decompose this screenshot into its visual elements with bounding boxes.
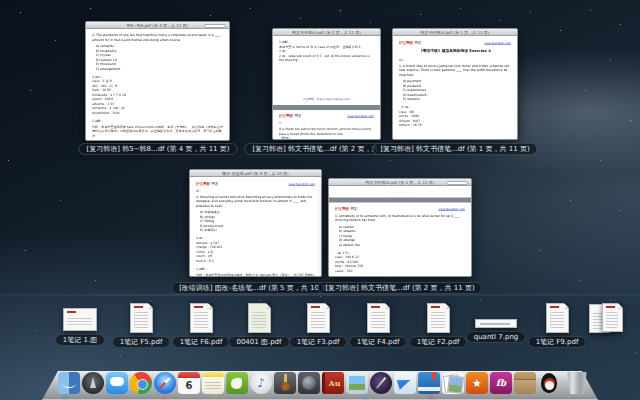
hujiang-logo: 沪江网校 [196,182,210,186]
dock-icon-evernote[interactable] [226,372,248,394]
dock-icon-finder[interactable] [58,372,80,394]
stat-line: remain：16 76 [399,123,511,127]
recent-file-1[interactable]: 1笔记 1.图 [45,303,115,346]
hujiang-logo: 沪江网校 [335,206,349,210]
dock-icon-launchpad[interactable] [82,372,104,394]
page-gap [329,197,471,202]
dock-reflections [42,394,598,400]
window-toolbar: 韩文书信笔记.pdf (第 1 页，共 11 页) [393,29,517,36]
logo-row: 沪江网校网友 www.hjenglish.com [335,206,465,211]
document-title: 【韩语中级】模拟卷视听阅读 Exercise 4 [399,49,511,54]
explain-title: 1 题解： [92,118,223,122]
window-toolbar: 韩文书信笔记.pdf (第 2 页，共 11 页) [273,29,380,36]
file-label: 1笔记 1.图 [55,334,105,346]
dock-icon-paper-plane[interactable] [394,372,416,394]
logo-link: www.hjenglish.com [484,41,511,45]
file-thumbnail [248,303,271,333]
text-line: （例句） [279,136,374,139]
wallpaper-stars [0,0,1,1]
section-label: 1： [279,121,374,125]
file-label: 1笔记 F4.pdf [349,336,408,348]
dock-icon-chrome[interactable] [130,372,152,394]
option: e) abduct me [335,243,465,247]
dock-icon-dictionary[interactable]: Au [322,372,344,394]
text-line: 2 题：separate count of 4 5，set 10 the bel… [279,53,374,62]
question-text: 4. The standards of one law that hopeful… [92,33,223,42]
file-thumbnail-stack [589,303,625,334]
explain-text: 分析：本题考查非谓语动词的用法。例句 1 中 declare 表示（宣布），与 … [196,272,315,276]
window-title: 图改-名练笔.pdf (第 5 页，共 10 页) [190,171,321,176]
fb-label: fb [490,372,512,394]
window-toolbar: 图改-名练笔.pdf (第 5 页，共 10 页) [190,170,321,177]
dock-icon-safari[interactable] [154,372,176,394]
stat-line: march：8 5 [196,258,315,262]
text-line: 本题考查 in terms of 与 in case of 的区别，正确答案为 … [279,44,374,48]
dock-icon-notes[interactable] [202,372,224,394]
dock-icon-calendar[interactable]: 6 [178,372,200,394]
recent-file-10[interactable] [572,303,640,334]
file-label: 1笔记 F6.pdf [172,336,231,348]
dock-icon-messages[interactable] [106,372,128,394]
expose-window-1-label: [复习韩语] 韩5~韩8...df (第 4 页，共 11 页) [79,143,238,155]
question-text: 4. Recalling all words executive Recordi… [196,195,315,208]
expose-window-5[interactable]: 韩文书信笔记.pdf (第 2 页，共 11 页) · · · · · · · … [328,178,472,277]
page-header: · · · · · · · · · · · · · · [335,190,465,194]
file-thumbnail [190,303,213,333]
window-toolbar: 韩文书信笔记.pdf (第 2 页，共 11 页) [329,179,471,186]
file-label: 1笔记 F9.pdf [528,336,587,348]
pdf-page: 4. The standards of one law that hopeful… [86,29,229,140]
dock-icon-star-app[interactable]: ★ [466,372,488,394]
expose-window-3-label: [复习韩语] 韩文书信笔...df (第 1 页，共 11 页) [372,143,537,155]
desktop: { "expose": { "windows": [ { "titlebar":… [0,0,640,400]
page-gap [273,105,380,110]
section-label: A1： [399,58,511,62]
dock-icon-sword-game[interactable] [370,372,392,394]
expose-window-2[interactable]: 韩文书信笔记.pdf (第 2 页，共 11 页) 1 题解： 本题考查 in … [272,28,381,140]
dock-icon-globe-app[interactable] [298,372,320,394]
file-label: 00401 图.pdf [228,336,289,348]
expose-window-4[interactable]: 图改-名练笔.pdf (第 5 页，共 10 页) 沪江网校网友 www.hje… [189,169,322,277]
dock-icon-archive-box[interactable] [514,372,536,394]
dock-icon-qq[interactable] [538,372,560,394]
file-thumbnail [307,303,330,333]
wallpaper-galaxy-band [0,294,640,296]
file-thumbnail [63,308,97,331]
explain-text: 分析：本题考查固定搭配 take into account 的用法，意为（考虑到… [92,124,223,137]
hujiang-logo: 沪江网校 [399,41,413,45]
explain-title: 1 题解： [196,266,315,270]
stat-line: respondent：8 99 [92,110,223,114]
calendar-day: 6 [178,372,200,394]
pdf-page: 1 题解： 本题考查 in terms of 与 in case of 的区别，… [273,36,380,139]
logo-row: 沪江网校网友 www.hjenglish.com [399,40,511,45]
file-thumbnail [427,303,450,333]
file-label: 1笔记 F3.pdf [289,336,348,348]
option: E) 不规范的 [196,228,315,232]
file-thumbnail [546,303,569,333]
star-glyph: ★ [466,372,488,394]
dock-icon-garageband[interactable] [274,372,296,394]
music-note-glyph: ♪ [250,372,272,394]
window-toolbar: 韩5~韩8.pdf (第 4 页，共 11 页) [86,22,229,29]
expose-window-5-label: [复习韩语] 韩文书信笔...df (第 2 页，共 11 页) [317,282,482,294]
pdf-page: 沪江网校网友 www.hjenglish.com W： 4. Recalling… [190,177,321,276]
file-label: 1笔记 F2.pdf [409,336,468,348]
logo-row: 沪江网校网友 www.hjenglish.com [279,113,374,118]
logo-row: 沪江网校网友 www.hjenglish.com [196,181,315,186]
dock-icon-blue-dictionary[interactable] [418,372,440,394]
window-title: 韩文书信笔记.pdf (第 1 页，共 11 页) [393,30,517,35]
dock-icon-photos[interactable] [346,372,368,394]
section-label: W： [196,189,315,193]
page-footer: 沪江网校：http://class.hujiang.com [279,97,374,101]
expose-window-3[interactable]: 韩文书信笔记.pdf (第 1 页，共 11 页) 沪江网校网友 www.hje… [392,28,518,140]
file-thumbnail [475,319,517,328]
dock-icon-itunes[interactable]: ♪ [250,372,272,394]
window-title: 韩文书信笔记.pdf (第 2 页，共 11 页) [273,30,380,35]
file-thumbnail [130,303,153,333]
file-label: 1笔记 F5.pdf [112,336,171,348]
recent-file-8[interactable]: quantl 7.png [461,303,531,343]
expose-window-1[interactable]: 韩5~韩8.pdf (第 4 页，共 11 页) 4. The standard… [85,21,230,141]
file-label: quantl 7.png [466,331,527,343]
text-line: It is there too subscribe more function … [279,127,374,136]
dock-icon-photo-stack[interactable] [442,372,464,394]
dock-icon-fb-app[interactable]: fb [490,372,512,394]
